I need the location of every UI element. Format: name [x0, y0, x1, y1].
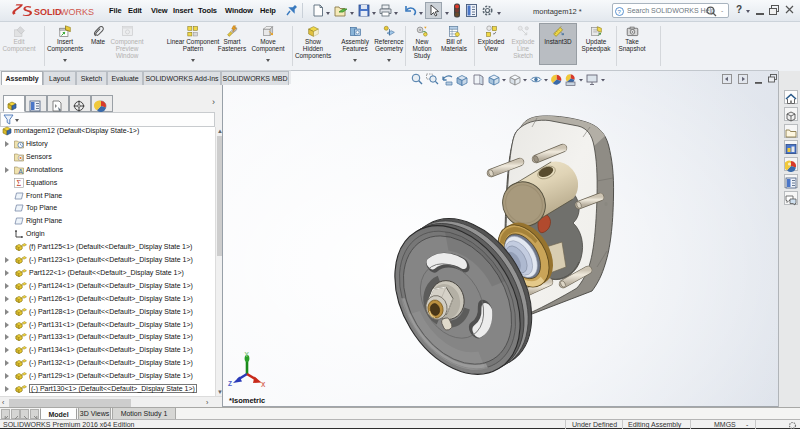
svg-text:Σ: Σ	[16, 179, 21, 188]
svg-text:X: X	[261, 381, 266, 388]
svg-text:A: A	[18, 167, 23, 174]
svg-text:Y: Y	[245, 352, 250, 358]
svg-text:WORKS: WORKS	[60, 7, 94, 17]
svg-text:Z: Z	[228, 380, 232, 387]
svg-text:SOLID: SOLID	[34, 7, 62, 17]
